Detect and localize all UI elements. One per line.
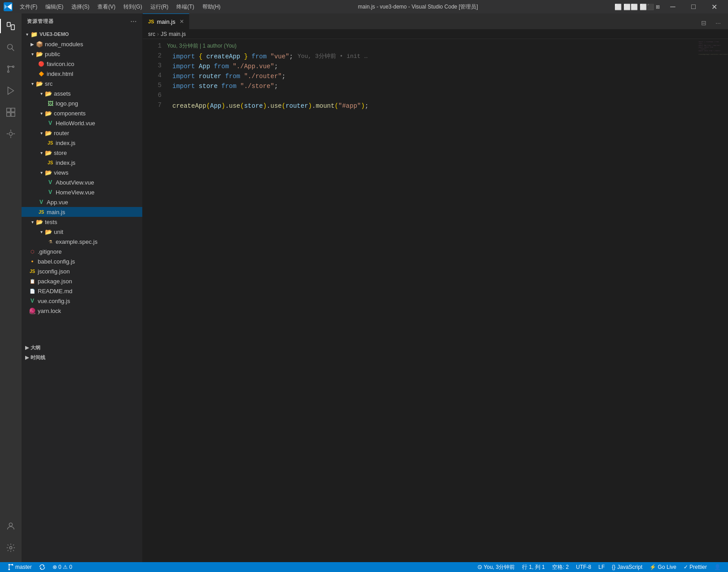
status-errors[interactable]: ⊗ 0 ⚠ 0 xyxy=(49,562,76,572)
activity-account[interactable] xyxy=(0,515,22,537)
tree-root[interactable]: ▾ 📁 VUE3-DEMO xyxy=(22,29,142,39)
activity-explorer[interactable] xyxy=(0,15,22,37)
timeline-section-header[interactable]: ▶ 时间线 xyxy=(22,352,142,362)
tree-item-gitignore[interactable]: ⬡ .gitignore xyxy=(22,246,142,256)
code-editor[interactable]: You, 3分钟前 | 1 author (You) import { crea… xyxy=(165,39,697,562)
menu-view[interactable]: 查看(V) xyxy=(94,2,119,12)
tree-item-store-index[interactable]: JS index.js xyxy=(22,158,142,167)
menu-file[interactable]: 文件(F) xyxy=(16,2,41,12)
tree-label-unit: unit xyxy=(54,229,63,235)
token-app-call: App xyxy=(210,101,221,111)
tree-item-logo[interactable]: 🖼 logo.png xyxy=(22,98,142,108)
tree-item-components[interactable]: ▾ 📂 components xyxy=(22,108,142,118)
tree-item-app-vue[interactable]: V App.vue xyxy=(22,197,142,207)
tree-item-readme[interactable]: 📄 README.md xyxy=(22,286,142,296)
file-icon-example-spec: ⚗ xyxy=(47,238,54,245)
tree-item-router-index[interactable]: JS index.js xyxy=(22,138,142,148)
activity-ai[interactable] xyxy=(0,123,22,145)
file-icon-jsconfig: JS xyxy=(29,268,36,275)
activity-extensions[interactable] xyxy=(0,101,22,123)
status-encoding[interactable]: UTF-8 xyxy=(572,562,595,572)
activity-git[interactable] xyxy=(0,58,22,80)
folder-icon-router: 📂 xyxy=(45,129,52,136)
tree-item-vue-config[interactable]: V vue.config.js xyxy=(22,296,142,306)
tab-main-js[interactable]: JS main.js ✕ xyxy=(143,13,189,29)
sidebar-spacer xyxy=(22,316,142,343)
tree-item-aboutview[interactable]: V AboutView.vue xyxy=(22,177,142,187)
status-eol[interactable]: LF xyxy=(595,562,608,572)
menu-edit[interactable]: 编辑(E) xyxy=(42,2,67,12)
status-extra[interactable]: 👤 xyxy=(710,562,724,572)
eol-text: LF xyxy=(598,564,605,570)
tree-item-tests[interactable]: ▾ 📂 tests xyxy=(22,217,142,227)
tree-item-node-modules[interactable]: ▶ 📦 node_modules xyxy=(22,39,142,49)
tree-arrow-views: ▾ xyxy=(38,169,45,176)
tree-item-helloworld[interactable]: V HelloWorld.vue xyxy=(22,118,142,128)
activity-debug[interactable] xyxy=(0,80,22,101)
breadcrumb-mainjs[interactable]: main.js xyxy=(169,31,186,37)
tree-item-homeview[interactable]: V HomeView.vue xyxy=(22,187,142,197)
status-user[interactable]: You, 3分钟前 xyxy=(474,562,519,572)
tree-item-unit[interactable]: ▾ 📂 unit xyxy=(22,227,142,237)
prettier-text: ✓ Prettier xyxy=(684,564,707,570)
tree-item-example-spec[interactable]: ⚗ example.spec.js xyxy=(22,237,142,246)
tree-item-public[interactable]: ▾ 📂 public xyxy=(22,49,142,59)
status-language[interactable]: {} JavaScript xyxy=(608,562,646,572)
tree-item-main-js[interactable]: JS main.js xyxy=(22,207,142,217)
folder-icon-tests: 📂 xyxy=(36,218,43,225)
tree-item-router[interactable]: ▾ 📂 router xyxy=(22,128,142,138)
activity-search[interactable] xyxy=(0,37,22,58)
tree-label-favicon: favicon.ico xyxy=(47,61,74,67)
sidebar-header-actions[interactable]: ··· xyxy=(131,18,137,25)
tree-item-yarn-lock[interactable]: 🧶 yarn.lock xyxy=(22,306,142,316)
breadcrumb-src[interactable]: src xyxy=(148,31,155,37)
tree-arrow-public: ▾ xyxy=(29,50,36,57)
menu-run[interactable]: 运行(R) xyxy=(147,2,172,12)
sidebar-content[interactable]: ▾ 📁 VUE3-DEMO ▶ 📦 node_modules ▾ 📂 publi… xyxy=(22,29,142,562)
status-golive[interactable]: ⚡ Go Live xyxy=(646,562,680,572)
encoding-text: UTF-8 xyxy=(576,564,591,570)
menu-select[interactable]: 选择(S) xyxy=(68,2,93,12)
tree-item-babel-config[interactable]: ● babel.config.js xyxy=(22,256,142,266)
status-spaces[interactable]: 空格: 2 xyxy=(548,562,572,572)
tree-item-assets[interactable]: ▾ 📂 assets xyxy=(22,88,142,98)
token-from-4: from xyxy=(221,81,237,91)
tree-item-src[interactable]: ▾ 📂 src xyxy=(22,79,142,88)
token-brace-1: { xyxy=(199,52,202,62)
tree-item-index-html[interactable]: 🔶 index.html xyxy=(22,69,142,79)
file-icon-homeview: V xyxy=(47,189,54,196)
tab-close-main-js[interactable]: ✕ xyxy=(178,18,185,25)
status-position[interactable]: 行 1, 列 1 xyxy=(518,562,548,572)
status-prettier[interactable]: ✓ Prettier xyxy=(680,562,710,572)
token-import-2: import xyxy=(172,62,195,71)
outline-section-header[interactable]: ▶ 大纲 xyxy=(22,343,142,352)
token-import-1: import xyxy=(172,52,195,62)
code-line-5 xyxy=(172,91,697,101)
tree-arrow-tests: ▾ xyxy=(29,218,36,225)
token-hash-app: "#app" xyxy=(338,101,361,111)
activity-settings[interactable] xyxy=(0,537,22,559)
token-store: store xyxy=(199,81,218,91)
svg-rect-0 xyxy=(7,22,10,26)
menu-goto[interactable]: 转到(G) xyxy=(120,2,145,12)
editor-scrollbar[interactable] xyxy=(724,39,728,562)
menu-help[interactable]: 帮助(H) xyxy=(199,2,224,12)
tree-item-favicon[interactable]: 🔴 favicon.ico xyxy=(22,59,142,69)
activity-bar xyxy=(0,13,22,562)
menu-terminal[interactable]: 终端(T) xyxy=(173,2,197,12)
restore-button[interactable]: □ xyxy=(683,0,704,13)
status-branch[interactable]: master xyxy=(4,562,35,572)
split-editor-button[interactable]: ⊟ xyxy=(697,17,710,29)
tree-item-package-json[interactable]: 📋 package.json xyxy=(22,276,142,286)
svg-point-15 xyxy=(9,569,10,571)
more-actions-button[interactable]: ··· xyxy=(712,17,724,29)
layout-icons[interactable]: ⬜⬜⬜⬜⬛⊞ xyxy=(612,0,662,13)
file-icon-helloworld: V xyxy=(47,119,54,127)
tree-item-jsconfig[interactable]: JS jsconfig.json xyxy=(22,266,142,276)
close-button[interactable]: ✕ xyxy=(704,0,724,13)
tree-item-views[interactable]: ▾ 📂 views xyxy=(22,167,142,177)
minimize-button[interactable]: ─ xyxy=(662,0,683,13)
file-icon-favicon: 🔴 xyxy=(38,60,45,67)
tree-item-store[interactable]: ▾ 📂 store xyxy=(22,148,142,158)
status-sync[interactable] xyxy=(35,562,49,572)
